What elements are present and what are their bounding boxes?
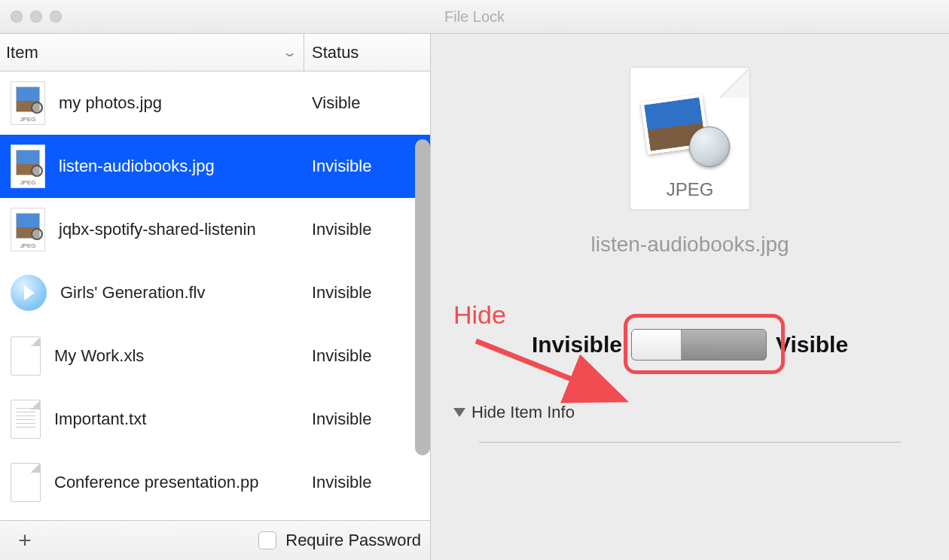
- visibility-toggle[interactable]: [631, 329, 767, 361]
- add-file-button[interactable]: +: [9, 528, 41, 553]
- table-row[interactable]: jqbx-spotify-shared-listenin Invisible: [0, 198, 430, 261]
- table-row[interactable]: Girls' Generation.flv Invisible: [0, 261, 430, 324]
- vertical-scrollbar[interactable]: [415, 139, 430, 455]
- detail-pane: JPEG listen-audiobooks.jpg Hide Invisibl…: [431, 34, 949, 560]
- maximize-window-button[interactable]: [50, 11, 62, 23]
- file-status-label: Invisible: [312, 473, 371, 492]
- table-row[interactable]: Conference presentation.pp Invisible: [0, 451, 430, 514]
- file-list: my photos.jpg Visible listen-audiobooks.…: [0, 72, 430, 520]
- minimize-window-button[interactable]: [30, 11, 42, 23]
- file-status-label: Invisible: [312, 220, 371, 239]
- footer-bar: + Require Password: [0, 520, 430, 560]
- jpeg-file-icon: [11, 208, 45, 251]
- jpeg-file-icon: [11, 145, 45, 188]
- file-name-label: My Work.xls: [54, 346, 144, 366]
- table-row[interactable]: My Work.xls Invisible: [0, 324, 430, 388]
- file-status-label: Invisible: [312, 283, 371, 303]
- table-row[interactable]: listen-audiobooks.jpg Invisible: [0, 135, 430, 198]
- column-header-item-label: Item: [6, 43, 38, 62]
- visibility-slider-row: Invisible Visible: [532, 329, 848, 361]
- table-row[interactable]: Important.txt Invisible: [0, 388, 430, 451]
- invisible-label: Invisible: [532, 332, 622, 358]
- file-name-label: Conference presentation.pp: [54, 473, 259, 492]
- file-name-label: Important.txt: [54, 409, 146, 429]
- file-status-label: Visible: [312, 93, 360, 113]
- table-row[interactable]: my photos.jpg Visible: [0, 72, 430, 135]
- column-header-status[interactable]: Status: [304, 43, 430, 62]
- require-password-checkbox[interactable]: [258, 531, 276, 549]
- file-name-label: Girls' Generation.flv: [60, 283, 206, 303]
- file-status-label: Invisible: [312, 157, 371, 176]
- file-name-label: jqbx-spotify-shared-listenin: [59, 220, 256, 239]
- jpeg-file-icon: [11, 81, 45, 125]
- generic-file-icon: [11, 463, 41, 502]
- disclosure-triangle-icon: [453, 408, 465, 417]
- file-status-label: Invisible: [312, 346, 371, 366]
- file-list-scroll: my photos.jpg Visible listen-audiobooks.…: [0, 72, 430, 520]
- app-window: File Lock Item ⌄ Status my photos.j: [0, 0, 949, 560]
- file-list-pane: Item ⌄ Status my photos.jpg Visible: [0, 34, 431, 560]
- column-header-item[interactable]: Item ⌄: [0, 34, 304, 71]
- title-bar: File Lock: [0, 0, 949, 34]
- file-name-label: listen-audiobooks.jpg: [59, 157, 215, 176]
- preview-type-label: JPEG: [630, 179, 749, 200]
- close-window-button[interactable]: [11, 11, 23, 23]
- hide-item-info-label: Hide Item Info: [471, 403, 575, 422]
- window-title: File Lock: [0, 8, 949, 26]
- traffic-lights: [11, 11, 62, 23]
- generic-file-icon: [11, 336, 41, 376]
- video-file-icon: [11, 275, 47, 311]
- text-file-icon: [11, 400, 41, 439]
- preview-file-name: listen-audiobooks.jpg: [590, 233, 789, 257]
- sort-indicator-icon: ⌄: [282, 45, 298, 59]
- column-header-status-label: Status: [312, 43, 359, 62]
- require-password-label: Require Password: [285, 531, 421, 550]
- section-divider: [479, 442, 901, 443]
- visibility-toggle-knob[interactable]: [632, 330, 682, 360]
- file-name-label: my photos.jpg: [59, 93, 162, 113]
- content-area: Item ⌄ Status my photos.jpg Visible: [0, 34, 949, 560]
- annotation-hide-label: Hide: [453, 300, 506, 330]
- hide-item-info-toggle[interactable]: Hide Item Info: [453, 403, 575, 422]
- visible-label: Visible: [776, 332, 848, 358]
- file-preview-icon: JPEG: [630, 67, 750, 210]
- file-status-label: Invisible: [312, 409, 371, 429]
- column-headers: Item ⌄ Status: [0, 34, 430, 72]
